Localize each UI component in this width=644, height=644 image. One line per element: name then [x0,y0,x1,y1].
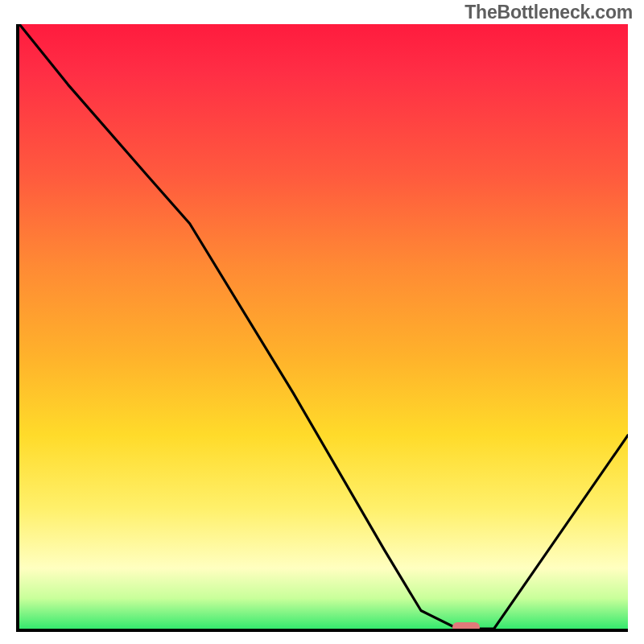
watermark-text: TheBottleneck.com [464,2,633,23]
chart-container: TheBottleneck.com [0,0,644,644]
valley-marker [452,622,480,632]
curve-line [19,24,628,629]
plot-area [16,24,628,632]
